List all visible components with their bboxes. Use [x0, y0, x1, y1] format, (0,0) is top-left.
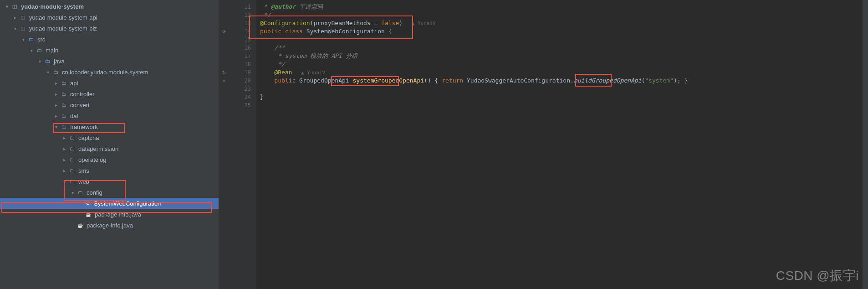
tree-item-controller[interactable]: controller — [0, 88, 219, 99]
tree-item-label: yudao-module-system — [21, 3, 84, 10]
code-line[interactable] — [260, 85, 868, 93]
gutter-icon — [219, 19, 229, 27]
expand-arrow[interactable] — [36, 58, 43, 64]
tree-item-label: api — [70, 80, 78, 87]
line-number: 23 — [229, 85, 251, 93]
code-line[interactable]: * @author 芋道源码 — [260, 3, 868, 11]
code-line[interactable]: public GroupedOpenApi systemGroupedOpenA… — [260, 77, 868, 85]
folder-src-icon — [27, 36, 35, 43]
expand-arrow — [69, 222, 76, 228]
tree-item-convert[interactable]: convert — [0, 99, 219, 110]
tree-item-dal[interactable]: dal — [0, 110, 219, 121]
tree-item-main[interactable]: main — [0, 45, 219, 56]
tree-item-label: SystemWebConfiguration — [94, 200, 161, 207]
expand-arrow[interactable] — [53, 91, 59, 97]
code-line[interactable]: */ — [260, 11, 868, 19]
code-line[interactable]: /** — [260, 44, 868, 52]
code-line[interactable]: } — [260, 93, 868, 101]
expand-arrow[interactable] — [20, 36, 26, 42]
tree-item-package-info-java[interactable]: package-info.java — [0, 220, 219, 231]
expand-arrow[interactable] — [53, 80, 59, 86]
code-editor[interactable]: ⟳↻» 11121314151617181920232425 * @author… — [219, 0, 868, 289]
expand-arrow[interactable] — [4, 3, 10, 10]
expand-arrow[interactable] — [28, 47, 35, 53]
package-icon — [60, 79, 67, 87]
tree-item-yudao-module-system[interactable]: yudao-module-system — [0, 1, 219, 12]
class-icon — [85, 200, 91, 206]
scrollbar[interactable] — [863, 0, 868, 289]
expand-arrow[interactable] — [69, 189, 76, 196]
tree-item-label: web — [78, 178, 89, 185]
gutter-icon — [219, 11, 229, 19]
code-line[interactable] — [260, 101, 868, 109]
gutter-icon — [219, 60, 229, 68]
tree-item-cn-iocoder-yudao-module-system[interactable]: cn.iocoder.yudao.module.system — [0, 67, 219, 77]
tree-item-datapermission[interactable]: datapermission — [0, 143, 219, 154]
package-icon — [68, 178, 76, 185]
expand-arrow — [77, 200, 84, 206]
module-icon — [19, 25, 26, 32]
expand-arrow[interactable] — [12, 25, 18, 31]
gutter-icon — [219, 3, 229, 11]
tree-item-label: datapermission — [78, 145, 118, 152]
tree-item-operatelog[interactable]: operatelog — [0, 154, 219, 165]
tree-item-api[interactable]: api — [0, 77, 219, 88]
gutter-icons: ⟳↻» — [219, 0, 229, 289]
expand-arrow[interactable] — [53, 113, 59, 119]
expand-arrow[interactable] — [53, 102, 59, 108]
java-file-icon — [77, 222, 84, 229]
expand-arrow[interactable] — [53, 124, 59, 130]
tree-item-systemwebconfiguration[interactable]: SystemWebConfiguration — [0, 198, 219, 209]
code-content[interactable]: * @author 芋道源码 */@Configuration(proxyBea… — [256, 0, 868, 289]
gutter-icon[interactable]: ⟳ — [219, 27, 229, 36]
gutter-icon — [219, 36, 229, 44]
code-line[interactable] — [260, 36, 868, 44]
module-icon — [11, 3, 18, 10]
tree-item-yudao-module-system-api[interactable]: yudao-module-system-api — [0, 12, 219, 23]
line-number: 16 — [229, 44, 251, 52]
expand-arrow[interactable] — [61, 145, 67, 152]
tree-item-captcha[interactable]: captcha — [0, 132, 219, 143]
expand-arrow[interactable] — [61, 178, 67, 185]
expand-arrow[interactable] — [12, 14, 18, 21]
code-line[interactable]: */ — [260, 60, 868, 68]
gutter-icon[interactable]: ↻ — [219, 68, 229, 77]
tree-item-src[interactable]: src — [0, 34, 219, 45]
expand-arrow[interactable] — [61, 156, 67, 163]
expand-arrow[interactable] — [61, 167, 67, 174]
package-icon — [68, 134, 76, 141]
tree-item-label: yudao-module-system-api — [29, 14, 97, 21]
gutter-icon[interactable]: » — [219, 77, 229, 85]
tree-item-label: yudao-module-system-biz — [29, 25, 97, 32]
code-line[interactable]: public class SystemWebConfiguration { — [260, 27, 868, 36]
expand-arrow[interactable] — [61, 134, 67, 141]
package-icon — [68, 145, 76, 152]
line-number: 13 — [229, 19, 251, 27]
tree-item-label: src — [37, 36, 45, 43]
module-icon — [19, 14, 26, 21]
tree-item-label: controller — [70, 91, 94, 98]
line-number: 14 — [229, 27, 251, 36]
tree-item-config[interactable]: config — [0, 187, 219, 198]
folder-src-icon — [44, 57, 51, 65]
code-line[interactable]: @Configuration(proxyBeanMethods = false)… — [260, 19, 868, 27]
gutter-icon — [219, 101, 229, 109]
tree-item-package-info-java[interactable]: package-info.java — [0, 209, 219, 220]
line-number: 11 — [229, 3, 251, 11]
gutter-icon — [219, 52, 229, 60]
expand-arrow[interactable] — [45, 69, 51, 75]
code-line[interactable]: * system 模块的 API 分组 — [260, 52, 868, 60]
tree-item-yudao-module-system-biz[interactable]: yudao-module-system-biz — [0, 23, 219, 34]
code-line[interactable]: @Bean ▲ YunaiV — [260, 68, 868, 77]
tree-item-label: operatelog — [78, 156, 106, 163]
tree-item-java[interactable]: java — [0, 56, 219, 67]
tree-item-label: main — [46, 47, 58, 54]
tree-item-web[interactable]: web — [0, 176, 219, 187]
tree-item-sms[interactable]: sms — [0, 165, 219, 176]
package-icon — [60, 123, 67, 130]
project-tree[interactable]: yudao-module-systemyudao-module-system-a… — [0, 0, 219, 289]
tree-item-framework[interactable]: framework — [0, 121, 219, 132]
gutter-icon — [219, 93, 229, 101]
tree-item-label: framework — [70, 124, 98, 130]
line-number: 19 — [229, 68, 251, 77]
